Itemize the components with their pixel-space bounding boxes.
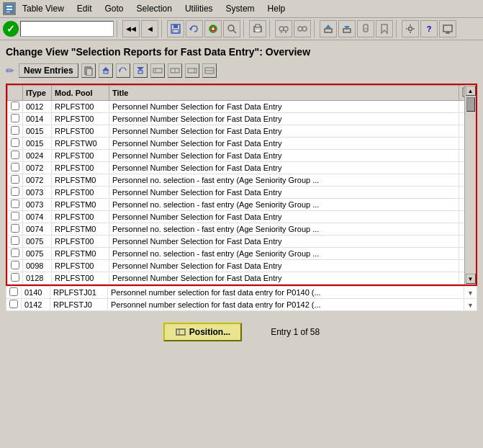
col-header-modpool[interactable]: Mod. Pool — [52, 86, 109, 101]
scroll-down-button[interactable]: ▼ — [466, 274, 476, 284]
scroll-up-button[interactable]: ▲ — [466, 86, 476, 96]
row-modpool: RPLFSTM0 — [52, 248, 109, 260]
table-row[interactable]: 0073RPLFSTM0Personnel no. selection - fa… — [8, 199, 476, 211]
save-button[interactable] — [167, 20, 184, 37]
action6[interactable] — [168, 63, 182, 78]
svg-point-20 — [298, 27, 302, 31]
table-row[interactable]: 0015RPLFSTW0Personnel Number Selection f… — [8, 138, 476, 150]
col-header-itype[interactable]: IType — [23, 86, 52, 101]
footer: Position... Entry 1 of 58 — [6, 315, 477, 349]
position-button[interactable]: Position... — [163, 323, 242, 341]
row-checkbox[interactable] — [8, 125, 23, 138]
menu-system[interactable]: System — [224, 3, 257, 14]
import-button[interactable] — [99, 63, 113, 78]
command-input[interactable] — [20, 21, 114, 37]
svg-rect-40 — [153, 68, 162, 73]
svg-rect-15 — [256, 30, 260, 32]
table-row[interactable]: 0142RPLFSTJ0Personnel number selection f… — [6, 299, 477, 311]
row-checkbox[interactable] — [6, 287, 22, 299]
find-button[interactable] — [275, 20, 292, 37]
table-row[interactable]: 0024RPLFST00Personnel Number Selection f… — [8, 150, 476, 162]
row-modpool: RPLFSTJ0 — [50, 299, 108, 311]
table-row[interactable]: 0098RPLFST00Personnel Number Selection f… — [8, 260, 476, 272]
menu-utilities[interactable]: Utilities — [183, 3, 215, 14]
print-button[interactable] — [249, 20, 266, 37]
menu-bar: Table View Edit Goto Selection Utilities… — [0, 0, 483, 18]
svg-marker-23 — [325, 24, 331, 28]
find-next-button[interactable] — [294, 20, 311, 37]
sep1 — [117, 20, 119, 37]
help-button[interactable]: ? — [420, 20, 438, 37]
table-row[interactable]: 0128RPLFST00Personnel Number Selection f… — [8, 272, 476, 285]
table-row[interactable]: 0075RPLFSTM0Personnel no. selection - fa… — [8, 248, 476, 260]
action8[interactable] — [202, 63, 217, 78]
position-button-label: Position... — [189, 327, 230, 337]
svg-rect-2 — [6, 9, 12, 10]
row-checkbox[interactable] — [8, 260, 23, 272]
ok-button[interactable]: ✓ — [3, 21, 19, 37]
row-checkbox[interactable] — [6, 299, 22, 311]
row-checkbox[interactable] — [8, 187, 23, 199]
undo-button[interactable] — [186, 20, 203, 37]
row-itype: 0073 — [23, 199, 52, 211]
action7[interactable] — [185, 63, 199, 78]
svg-rect-39 — [138, 71, 143, 73]
scrollbar[interactable]: ▲ ▼ — [464, 85, 476, 285]
table-row[interactable]: 0012RPLFST00Personnel Number Selection f… — [8, 101, 476, 113]
settings-button[interactable] — [402, 20, 419, 37]
table-row[interactable]: 0075RPLFST00Personnel Number Selection f… — [8, 236, 476, 248]
menu-goto[interactable]: Goto — [103, 3, 126, 14]
export-button[interactable] — [133, 63, 148, 78]
row-checkbox[interactable] — [8, 223, 23, 236]
clip-button[interactable] — [357, 20, 374, 37]
row-checkbox[interactable] — [8, 150, 23, 162]
row-checkbox[interactable] — [8, 272, 23, 285]
scroll-thumb[interactable] — [466, 97, 475, 112]
table-row[interactable]: 0072RPLFST00Personnel Number Selection f… — [8, 162, 476, 174]
row-checkbox[interactable] — [8, 101, 23, 113]
svg-rect-5 — [173, 24, 178, 28]
table-row[interactable]: 0072RPLFSTM0Personnel no. selection - fa… — [8, 174, 476, 187]
menu-tableview[interactable]: Table View — [20, 3, 66, 14]
col-header-checkbox — [8, 86, 23, 101]
row-title: Personnel Number Selection for Fast Data… — [109, 272, 459, 285]
row-checkbox[interactable] — [8, 248, 23, 260]
row-checkbox[interactable] — [8, 211, 23, 223]
row-checkbox[interactable] — [8, 236, 23, 248]
menu-selection[interactable]: Selection — [135, 3, 174, 14]
row-title: Personnel Number Selection for Fast Data… — [109, 162, 459, 174]
nav-prev[interactable]: ◀ — [141, 20, 158, 37]
row-checkbox[interactable] — [8, 113, 23, 125]
menu-edit[interactable]: Edit — [75, 3, 94, 14]
table-row[interactable]: 0015RPLFST00Personnel Number Selection f… — [8, 125, 476, 138]
table-row[interactable]: 0074RPLFSTM0Personnel no. selection - fa… — [8, 223, 476, 236]
download-button[interactable] — [338, 20, 356, 37]
row-checkbox[interactable] — [8, 174, 23, 187]
row-title: Personnel Number Selection for Fast Data… — [109, 138, 459, 150]
table-row[interactable]: 0073RPLFST00Personnel Number Selection f… — [8, 187, 476, 199]
undo-action-button[interactable] — [116, 63, 130, 78]
copy-button[interactable] — [81, 63, 96, 78]
col-header-title[interactable]: Title — [109, 86, 459, 101]
upload-button[interactable] — [320, 20, 337, 37]
toolbar: ✓ ◀◀ ◀ — [0, 18, 483, 40]
new-entries-button[interactable]: New Entries — [19, 63, 78, 78]
menu-help[interactable]: Help — [266, 3, 288, 14]
action5[interactable] — [150, 63, 165, 78]
bookmark-button[interactable] — [376, 20, 393, 37]
nav-prev-prev[interactable]: ◀◀ — [122, 20, 140, 37]
table-row[interactable]: 0014RPLFST00Personnel Number Selection f… — [8, 113, 476, 125]
refresh-button[interactable] — [204, 20, 222, 37]
row-checkbox[interactable] — [8, 162, 23, 174]
row-title: Personnel Number Selection for Fast Data… — [109, 187, 459, 199]
row-title: Personnel Number Selection for Fast Data… — [109, 101, 459, 113]
svg-marker-35 — [102, 67, 109, 71]
row-checkbox[interactable] — [8, 199, 23, 211]
row-checkbox[interactable] — [8, 138, 23, 150]
table-row[interactable]: 0074RPLFST00Personnel Number Selection f… — [8, 211, 476, 223]
search-button[interactable] — [223, 20, 240, 37]
row-title: Personnel Number Selection for Fast Data… — [109, 125, 459, 138]
system-button[interactable] — [439, 20, 456, 37]
table-row[interactable]: 0140RPLFSTJ01Personnel number selection … — [6, 287, 477, 299]
entry-info: Entry 1 of 58 — [271, 327, 320, 337]
